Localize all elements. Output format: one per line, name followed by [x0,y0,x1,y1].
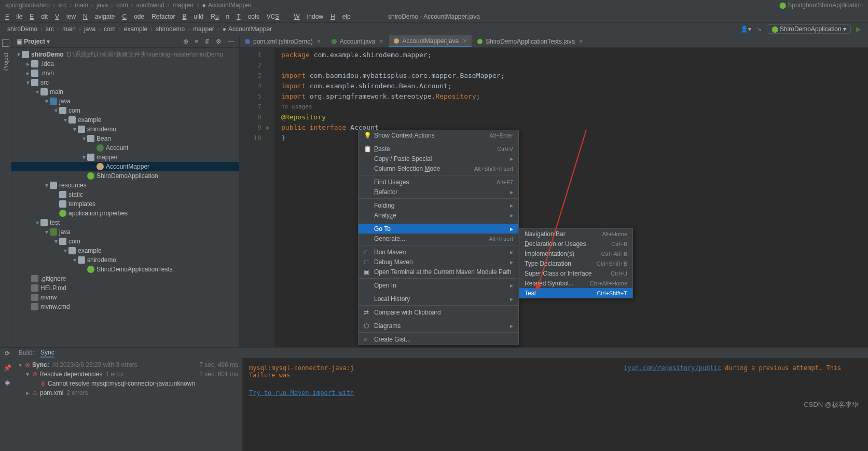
build-tree[interactable]: ▾⊗Sync:At 2023/2/6 23:29 with 3 errors7 … [15,358,243,451]
menu-navigate[interactable]: Navigate [83,13,115,20]
tab-account[interactable]: Account.java× [326,35,389,47]
close-icon[interactable]: × [379,38,383,45]
compare-icon: ⇄ [364,309,372,316]
maven-icon: ⛫ [364,258,372,266]
build-tab-label: Build: [19,349,34,357]
build-panel: ⟳ 📌 ◉ Build: Sync ▾⊗Sync:At 2023/2/6 23:… [0,347,868,451]
add-config-icon[interactable]: 👤▾ [740,25,751,33]
top-breadcrumb-bar: springboot-shiro src main java com south… [0,0,868,10]
menu-tools[interactable]: Tools [237,13,259,20]
smi-declaration[interactable]: Declaration or UsagesCtrl+B [519,239,632,249]
mi-show-context[interactable]: 💡Show Context ActionsAlt+Enter [359,130,518,140]
gear-icon[interactable]: ⚙ [216,38,222,45]
bc-root[interactable]: springboot-shiro [5,2,50,9]
mi-open-in[interactable]: Open In▸ [359,280,518,290]
menu-edit[interactable]: Edit [30,13,48,20]
close-icon[interactable]: × [317,38,321,45]
mi-refactor[interactable]: Refactor▸ [359,187,518,197]
build-toolbar: ⟳ 📌 ◉ [0,348,15,451]
mi-copy-paste-special[interactable]: Copy / Paste Special▸ [359,154,518,163]
menu-window[interactable]: Window [294,13,323,20]
maven-icon: ⛫ [364,249,372,256]
tree-accountmapper: AccountMapper [11,162,239,171]
diagram-icon: ⬡ [364,322,372,330]
clipboard-icon: 📋 [364,145,372,153]
collapse-icon[interactable]: ⇵ [204,38,210,45]
menu-refactor[interactable]: Refactor [151,13,175,20]
build-output[interactable]: mysql:mysql-connector-java:jiyun.com/rep… [243,358,868,451]
editor-tabs: pom.xml (shiroDemo)× Account.java× Accou… [240,35,868,48]
sync-tab[interactable]: Sync [40,349,54,358]
top-run-config[interactable]: ⬤ SpringbootShiroApplication [779,2,863,9]
menu-file[interactable]: File [5,13,22,20]
tab-tests[interactable]: ShiroDemoApplicationTests.java× [472,35,588,47]
bean-marker-icon[interactable]: ◉ [266,122,275,133]
close-icon[interactable]: × [463,37,466,45]
expand-icon[interactable]: ≡ [195,38,198,45]
window-title: shiroDemo - AccountMapper.java [388,13,480,20]
menu-code[interactable]: Code [122,13,144,20]
smi-type-declaration[interactable]: Type DeclarationCtrl+Shift+B [519,258,632,268]
mi-compare[interactable]: ⇄Compare with Clipboard [359,307,518,317]
mi-column-selection[interactable]: Column Selection ModeAlt+Shift+Insert [359,163,518,173]
tab-pom[interactable]: pom.xml (shiroDemo)× [240,35,326,47]
mi-folding[interactable]: Folding▸ [359,200,518,210]
hide-icon[interactable]: — [228,38,234,45]
watermark: CSDN @极客李华 [804,400,859,409]
mi-run-maven[interactable]: ⛫Run Maven▸ [359,247,518,257]
project-header: ▣ Project ▾ ⊕ ≡ ⇵ ⚙ — [11,35,239,48]
menu-vcs[interactable]: VCS [267,13,287,20]
mi-find-usages[interactable]: Find UsagesAlt+F7 [359,177,518,187]
refresh-icon[interactable]: ⟳ [5,350,10,357]
sub-breadcrumb-bar: shiroDemo src main java com example shir… [0,23,868,35]
mi-debug-maven[interactable]: ⛫Debug Maven▸ [359,257,518,267]
mi-goto[interactable]: Go To▸ [359,224,518,234]
project-view-selector[interactable]: ▣ Project ▾ [17,38,50,45]
project-toolwindow-tab[interactable]: Project [2,49,10,75]
mi-create-gist[interactable]: ○Create Gist... [359,334,518,344]
bulb-icon: 💡 [364,132,372,139]
mi-open-terminal[interactable]: ▣Open Terminal at the Current Maven Modu… [359,267,518,277]
mi-local-history[interactable]: Local History▸ [359,294,518,304]
tab-accountmapper[interactable]: AccountMapper.java× [389,35,472,47]
hammer-icon[interactable]: ↘ [756,25,762,33]
terminal-icon: ▣ [364,268,372,276]
class-icon: ● [202,2,205,9]
context-menu: 💡Show Context ActionsAlt+Enter 📋PasteCtr… [358,130,519,345]
menubar: File Edit View Navigate Code Refactor Bu… [0,10,868,23]
menu-help[interactable]: Help [330,13,351,20]
mi-diagrams[interactable]: ⬡Diagrams▸ [359,321,518,331]
smi-related[interactable]: Related Symbol...Ctrl+Alt+Home [519,278,632,288]
menu-build[interactable]: Build [183,13,204,20]
smi-test[interactable]: TestCtrl+Shift+T [519,288,632,298]
smi-nav-bar[interactable]: Navigation BarAlt+Home [519,229,632,239]
mi-generate[interactable]: Generate...Alt+Insert [359,234,518,243]
menu-view[interactable]: View [55,13,76,20]
menu-run[interactable]: Run [211,13,229,20]
mi-paste[interactable]: 📋PasteCtrl+V [359,144,518,154]
class-icon: ● [223,25,226,33]
project-icon[interactable] [2,39,9,47]
eye-icon[interactable]: ◉ [5,379,10,386]
pushpin-icon[interactable]: 📌 [4,364,11,372]
smi-super[interactable]: Super Class or InterfaceCtrl+U [519,268,632,278]
smi-implementations[interactable]: Implementation(s)Ctrl+Alt+B [519,249,632,258]
run-config[interactable]: ⬤ ShiroDemoApplication ▾ [767,24,851,34]
close-icon[interactable]: × [579,38,583,45]
goto-submenu: Navigation BarAlt+Home Declaration or Us… [519,228,633,298]
mi-analyze[interactable]: Analyze▸ [359,210,518,220]
run-icon[interactable]: ▶ [856,25,861,33]
locate-icon[interactable]: ⊕ [183,38,188,45]
github-icon: ○ [364,336,372,343]
